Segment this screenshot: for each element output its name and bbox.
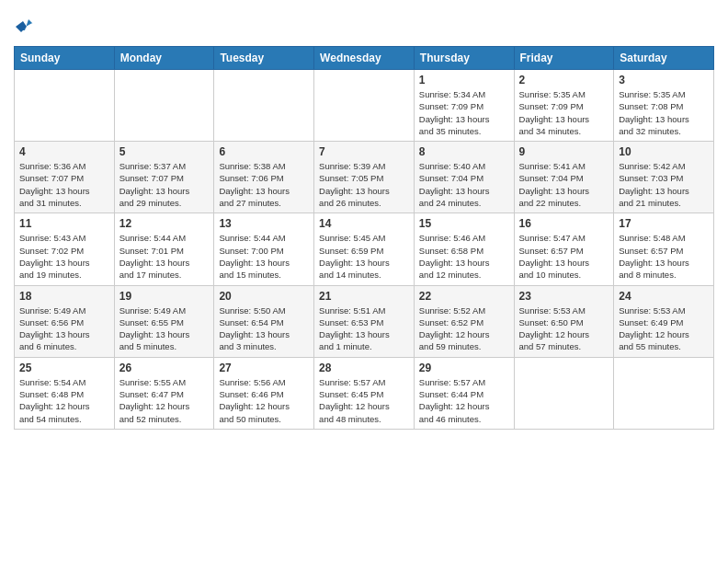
calendar-cell: 15Sunrise: 5:46 AMSunset: 6:58 PMDayligh… [414, 213, 514, 285]
calendar-cell: 13Sunrise: 5:44 AMSunset: 7:00 PMDayligh… [214, 213, 314, 285]
day-number: 16 [519, 217, 609, 230]
calendar-cell [614, 357, 714, 429]
calendar-cell: 12Sunrise: 5:44 AMSunset: 7:01 PMDayligh… [114, 213, 214, 285]
day-info: Sunrise: 5:56 AMSunset: 6:46 PMDaylight:… [219, 376, 309, 425]
day-number: 19 [119, 290, 210, 303]
calendar-cell [15, 70, 115, 142]
day-info: Sunrise: 5:39 AMSunset: 7:05 PMDaylight:… [319, 160, 409, 209]
calendar-cell: 3Sunrise: 5:35 AMSunset: 7:08 PMDaylight… [614, 70, 714, 142]
calendar-cell: 2Sunrise: 5:35 AMSunset: 7:09 PMDaylight… [514, 70, 614, 142]
page-header [14, 9, 714, 39]
calendar-week-row: 4Sunrise: 5:36 AMSunset: 7:07 PMDaylight… [15, 142, 714, 213]
day-info: Sunrise: 5:49 AMSunset: 6:55 PMDaylight:… [119, 304, 210, 353]
day-number: 9 [519, 145, 609, 158]
calendar-week-row: 11Sunrise: 5:43 AMSunset: 7:02 PMDayligh… [15, 213, 714, 285]
day-number: 4 [19, 145, 109, 158]
day-info: Sunrise: 5:49 AMSunset: 6:56 PMDaylight:… [19, 304, 109, 353]
column-header-tuesday: Tuesday [214, 47, 314, 70]
day-info: Sunrise: 5:52 AMSunset: 6:52 PMDaylight:… [419, 304, 509, 353]
calendar-week-row: 18Sunrise: 5:49 AMSunset: 6:56 PMDayligh… [15, 285, 714, 357]
day-number: 28 [319, 362, 409, 374]
calendar-cell: 20Sunrise: 5:50 AMSunset: 6:54 PMDayligh… [214, 285, 314, 357]
calendar-cell: 28Sunrise: 5:57 AMSunset: 6:45 PMDayligh… [314, 357, 415, 429]
svg-marker-1 [16, 21, 27, 32]
calendar-cell: 25Sunrise: 5:54 AMSunset: 6:48 PMDayligh… [15, 357, 115, 429]
day-number: 20 [219, 290, 309, 303]
column-header-saturday: Saturday [614, 47, 714, 70]
calendar-cell: 8Sunrise: 5:40 AMSunset: 7:04 PMDaylight… [414, 142, 514, 213]
column-header-thursday: Thursday [414, 47, 514, 70]
calendar-week-row: 25Sunrise: 5:54 AMSunset: 6:48 PMDayligh… [15, 357, 714, 429]
day-info: Sunrise: 5:46 AMSunset: 6:58 PMDaylight:… [419, 232, 509, 281]
day-number: 1 [419, 74, 509, 86]
day-number: 5 [119, 145, 210, 158]
day-number: 17 [619, 217, 709, 230]
calendar-cell: 1Sunrise: 5:34 AMSunset: 7:09 PMDaylight… [414, 70, 514, 142]
calendar-cell: 10Sunrise: 5:42 AMSunset: 7:03 PMDayligh… [614, 142, 714, 213]
day-info: Sunrise: 5:34 AMSunset: 7:09 PMDaylight:… [419, 88, 509, 137]
calendar-cell: 27Sunrise: 5:56 AMSunset: 6:46 PMDayligh… [214, 357, 314, 429]
day-info: Sunrise: 5:53 AMSunset: 6:49 PMDaylight:… [619, 304, 709, 353]
calendar-cell: 26Sunrise: 5:55 AMSunset: 6:47 PMDayligh… [114, 357, 214, 429]
day-info: Sunrise: 5:44 AMSunset: 7:00 PMDaylight:… [219, 232, 309, 281]
day-number: 27 [219, 362, 309, 374]
day-info: Sunrise: 5:37 AMSunset: 7:07 PMDaylight:… [119, 160, 210, 209]
day-number: 25 [19, 362, 109, 374]
day-number: 13 [219, 217, 309, 230]
day-number: 14 [319, 217, 409, 230]
day-number: 21 [319, 290, 409, 303]
calendar-cell: 11Sunrise: 5:43 AMSunset: 7:02 PMDayligh… [15, 213, 115, 285]
day-number: 2 [519, 74, 609, 86]
calendar-cell: 24Sunrise: 5:53 AMSunset: 6:49 PMDayligh… [614, 285, 714, 357]
day-info: Sunrise: 5:47 AMSunset: 6:57 PMDaylight:… [519, 232, 609, 281]
calendar-cell: 16Sunrise: 5:47 AMSunset: 6:57 PMDayligh… [514, 213, 614, 285]
day-number: 29 [419, 362, 509, 374]
day-info: Sunrise: 5:44 AMSunset: 7:01 PMDaylight:… [119, 232, 210, 281]
calendar-cell [114, 70, 214, 142]
calendar-cell: 23Sunrise: 5:53 AMSunset: 6:50 PMDayligh… [514, 285, 614, 357]
day-info: Sunrise: 5:53 AMSunset: 6:50 PMDaylight:… [519, 304, 609, 353]
day-info: Sunrise: 5:41 AMSunset: 7:04 PMDaylight:… [519, 160, 609, 209]
day-number: 8 [419, 145, 509, 158]
day-number: 23 [519, 290, 609, 303]
day-info: Sunrise: 5:45 AMSunset: 6:59 PMDaylight:… [319, 232, 409, 281]
day-info: Sunrise: 5:38 AMSunset: 7:06 PMDaylight:… [219, 160, 309, 209]
day-number: 10 [619, 145, 709, 158]
calendar-table: SundayMondayTuesdayWednesdayThursdayFrid… [14, 46, 714, 430]
calendar-header-row: SundayMondayTuesdayWednesdayThursdayFrid… [15, 47, 714, 70]
day-number: 6 [219, 145, 309, 158]
calendar-cell: 21Sunrise: 5:51 AMSunset: 6:53 PMDayligh… [314, 285, 415, 357]
calendar-week-row: 1Sunrise: 5:34 AMSunset: 7:09 PMDaylight… [15, 70, 714, 142]
calendar-cell [514, 357, 614, 429]
calendar-cell: 9Sunrise: 5:41 AMSunset: 7:04 PMDaylight… [514, 142, 614, 213]
calendar-cell: 17Sunrise: 5:48 AMSunset: 6:57 PMDayligh… [614, 213, 714, 285]
column-header-sunday: Sunday [15, 47, 115, 70]
calendar-cell [314, 70, 415, 142]
column-header-monday: Monday [114, 47, 214, 70]
day-number: 12 [119, 217, 210, 230]
day-number: 18 [19, 290, 109, 303]
day-info: Sunrise: 5:43 AMSunset: 7:02 PMDaylight:… [19, 232, 109, 281]
day-info: Sunrise: 5:48 AMSunset: 6:57 PMDaylight:… [619, 232, 709, 281]
calendar-cell: 7Sunrise: 5:39 AMSunset: 7:05 PMDaylight… [314, 142, 415, 213]
calendar-cell: 22Sunrise: 5:52 AMSunset: 6:52 PMDayligh… [414, 285, 514, 357]
calendar-cell: 18Sunrise: 5:49 AMSunset: 6:56 PMDayligh… [15, 285, 115, 357]
day-info: Sunrise: 5:35 AMSunset: 7:09 PMDaylight:… [519, 88, 609, 137]
calendar-cell: 4Sunrise: 5:36 AMSunset: 7:07 PMDaylight… [15, 142, 115, 213]
day-info: Sunrise: 5:50 AMSunset: 6:54 PMDaylight:… [219, 304, 309, 353]
calendar-cell: 29Sunrise: 5:57 AMSunset: 6:44 PMDayligh… [414, 357, 514, 429]
day-number: 24 [619, 290, 709, 303]
calendar-cell: 5Sunrise: 5:37 AMSunset: 7:07 PMDaylight… [114, 142, 214, 213]
calendar-cell: 19Sunrise: 5:49 AMSunset: 6:55 PMDayligh… [114, 285, 214, 357]
day-info: Sunrise: 5:57 AMSunset: 6:44 PMDaylight:… [419, 376, 509, 425]
day-info: Sunrise: 5:57 AMSunset: 6:45 PMDaylight:… [319, 376, 409, 425]
column-header-wednesday: Wednesday [314, 47, 415, 70]
day-info: Sunrise: 5:54 AMSunset: 6:48 PMDaylight:… [19, 376, 109, 425]
day-number: 15 [419, 217, 509, 230]
day-number: 3 [619, 74, 709, 86]
day-number: 22 [419, 290, 509, 303]
day-number: 7 [319, 145, 409, 158]
day-info: Sunrise: 5:42 AMSunset: 7:03 PMDaylight:… [619, 160, 709, 209]
logo [14, 14, 36, 39]
day-info: Sunrise: 5:35 AMSunset: 7:08 PMDaylight:… [619, 88, 709, 137]
